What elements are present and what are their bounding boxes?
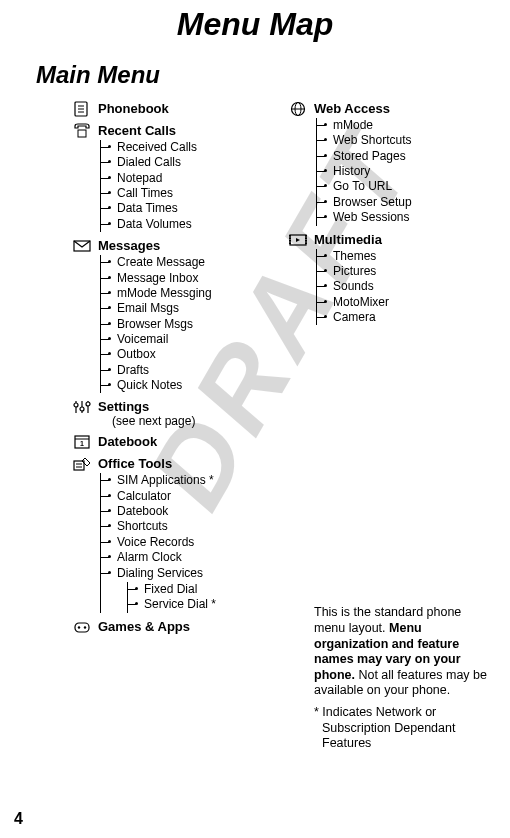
list-item: Notepad bbox=[111, 171, 274, 186]
svg-point-11 bbox=[86, 402, 90, 406]
recent-calls-list: Received CallsDialed CallsNotepadCall Ti… bbox=[100, 140, 274, 232]
multimedia-icon bbox=[288, 232, 308, 248]
settings-icon bbox=[72, 399, 92, 415]
page-title: Menu Map bbox=[20, 6, 490, 43]
office-tools-section: Office Tools SIM Applications *Calculato… bbox=[98, 456, 274, 612]
list-item: Datebook bbox=[111, 504, 274, 519]
svg-rect-15 bbox=[74, 461, 84, 470]
list-item: MotoMixer bbox=[327, 295, 490, 310]
multimedia-label: Multimedia bbox=[314, 232, 382, 247]
dialing-services-list: Fixed DialService Dial * bbox=[127, 582, 274, 613]
list-item: Go To URL bbox=[327, 179, 490, 194]
list-item: Shortcuts bbox=[111, 519, 274, 534]
svg-text:1: 1 bbox=[80, 440, 84, 447]
multimedia-section: Multimedia ThemesPicturesSoundsMotoMixer… bbox=[314, 232, 490, 326]
phonebook-icon bbox=[72, 101, 92, 117]
list-item: Data Volumes bbox=[111, 217, 274, 232]
svg-marker-25 bbox=[296, 238, 300, 242]
list-item: mMode Messging bbox=[111, 286, 274, 301]
games-apps-label: Games & Apps bbox=[98, 619, 190, 634]
column-left: Phonebook Recent Calls Received CallsDia… bbox=[20, 101, 274, 752]
note-block: This is the standard phone menu layout. … bbox=[314, 605, 490, 699]
tools-icon bbox=[72, 456, 92, 472]
list-item: Stored Pages bbox=[327, 149, 490, 164]
section-title: Main Menu bbox=[36, 61, 490, 89]
list-item: Browser Msgs bbox=[111, 317, 274, 332]
games-icon bbox=[72, 619, 92, 635]
list-item: Calculator bbox=[111, 489, 274, 504]
svg-point-9 bbox=[80, 407, 84, 411]
list-item: Quick Notes bbox=[111, 378, 274, 393]
svg-rect-4 bbox=[78, 130, 86, 137]
list-item: Fixed Dial bbox=[138, 582, 274, 597]
list-item: History bbox=[327, 164, 490, 179]
list-item: Voicemail bbox=[111, 332, 274, 347]
settings-note: (see next page) bbox=[112, 414, 195, 428]
games-apps-section: Games & Apps bbox=[98, 619, 274, 635]
list-item: Alarm Clock bbox=[111, 550, 274, 565]
page-number: 4 bbox=[14, 810, 23, 828]
globe-icon bbox=[288, 101, 308, 117]
phonebook-section: Phonebook bbox=[98, 101, 274, 117]
web-access-section: Web Access mModeWeb ShortcutsStored Page… bbox=[314, 101, 490, 226]
svg-rect-18 bbox=[75, 623, 89, 632]
messages-label: Messages bbox=[98, 238, 160, 253]
column-right: Web Access mModeWeb ShortcutsStored Page… bbox=[282, 101, 490, 752]
settings-section: Settings (see next page) bbox=[98, 399, 274, 428]
list-item: Create Message bbox=[111, 255, 274, 270]
list-item: Web Shortcuts bbox=[327, 133, 490, 148]
messages-list: Create MessageMessage InboxmMode Messgin… bbox=[100, 255, 274, 393]
phonebook-label: Phonebook bbox=[98, 101, 169, 116]
recent-calls-label: Recent Calls bbox=[98, 123, 176, 138]
list-item: mMode bbox=[327, 118, 490, 133]
svg-point-20 bbox=[84, 626, 86, 628]
office-tools-label: Office Tools bbox=[98, 456, 172, 471]
list-item: Camera bbox=[327, 310, 490, 325]
list-item: SIM Applications * bbox=[111, 473, 274, 488]
asterisk-note: * Indicates Network or Subscription Depe… bbox=[314, 705, 490, 752]
phone-icon bbox=[72, 123, 92, 139]
list-item: Themes bbox=[327, 249, 490, 264]
office-tools-list: SIM Applications *CalculatorDatebookShor… bbox=[100, 473, 274, 612]
datebook-label: Datebook bbox=[98, 434, 157, 449]
list-item: Email Msgs bbox=[111, 301, 274, 316]
list-item: Browser Setup bbox=[327, 195, 490, 210]
settings-label: Settings bbox=[98, 399, 149, 414]
list-item: Message Inbox bbox=[111, 271, 274, 286]
list-item: Received Calls bbox=[111, 140, 274, 155]
datebook-section: 1 Datebook bbox=[98, 434, 274, 450]
list-item: Voice Records bbox=[111, 535, 274, 550]
list-item: Data Times bbox=[111, 201, 274, 216]
envelope-icon bbox=[72, 238, 92, 254]
messages-section: Messages Create MessageMessage InboxmMod… bbox=[98, 238, 274, 393]
svg-point-7 bbox=[74, 403, 78, 407]
multimedia-list: ThemesPicturesSoundsMotoMixerCamera bbox=[316, 249, 490, 326]
list-item: Dialed Calls bbox=[111, 155, 274, 170]
list-item: Web Sessions bbox=[327, 210, 490, 225]
list-item: Dialing ServicesFixed DialService Dial * bbox=[111, 566, 274, 613]
web-access-list: mModeWeb ShortcutsStored PagesHistoryGo … bbox=[316, 118, 490, 226]
list-item: Service Dial * bbox=[138, 597, 274, 612]
list-item: Pictures bbox=[327, 264, 490, 279]
list-item: Outbox bbox=[111, 347, 274, 362]
list-item: Sounds bbox=[327, 279, 490, 294]
svg-point-19 bbox=[78, 626, 80, 628]
calendar-icon: 1 bbox=[72, 434, 92, 450]
recent-calls-section: Recent Calls Received CallsDialed CallsN… bbox=[98, 123, 274, 232]
web-access-label: Web Access bbox=[314, 101, 390, 116]
list-item: Drafts bbox=[111, 363, 274, 378]
note-text-1: This is the standard phone menu layout. bbox=[314, 605, 461, 635]
list-item: Call Times bbox=[111, 186, 274, 201]
